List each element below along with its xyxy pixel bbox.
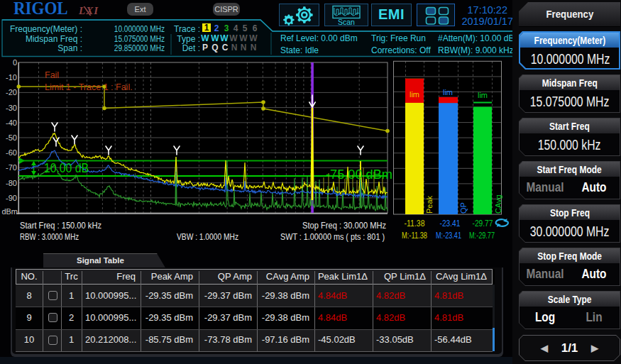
svg-text:M:-29.77: M:-29.77 — [469, 231, 495, 241]
svg-text:QP: QP — [459, 202, 468, 214]
svg-text:-60: -60 — [6, 148, 17, 157]
svg-text:-75.00 dBm: -75.00 dBm — [326, 167, 392, 182]
svg-text:-30: -30 — [6, 104, 17, 112]
svg-text:Fail: Fail — [45, 70, 59, 80]
svg-text:lim: lim — [443, 88, 453, 96]
svg-text:lim: lim — [478, 91, 488, 99]
svg-text:-50: -50 — [6, 133, 17, 142]
svg-text:SWT : 1.00000 ms ( pts : 801 ): SWT : 1.00000 ms ( pts : 801 ) — [280, 232, 385, 242]
svg-text:-11.38: -11.38 — [405, 218, 425, 228]
svg-text:-23.41: -23.41 — [440, 218, 461, 228]
svg-text:Stop Freq : 30.000 MHz: Stop Freq : 30.000 MHz — [302, 221, 386, 231]
svg-text:RBW : 3.0000 MHz: RBW : 3.0000 MHz — [20, 232, 79, 242]
svg-text:M:-11.38: M:-11.38 — [402, 231, 427, 241]
svg-text:-80: -80 — [6, 179, 17, 187]
svg-text:VBW : 1.0000 MHz: VBW : 1.0000 MHz — [177, 232, 238, 242]
svg-text:-90: -90 — [6, 194, 17, 202]
svg-text:Start Freq : 150.00 kHz: Start Freq : 150.00 kHz — [20, 221, 101, 231]
svg-text:M:-23.41: M:-23.41 — [436, 231, 461, 241]
svg-text:CAvg: CAvg — [494, 194, 502, 214]
svg-text:-10: -10 — [6, 73, 17, 82]
svg-text:Peak: Peak — [425, 195, 434, 214]
svg-text:-20: -20 — [6, 88, 17, 96]
svg-text:0: 0 — [13, 58, 17, 67]
svg-text:lim: lim — [410, 90, 419, 99]
svg-text:10.00 dB: 10.00 dB — [44, 160, 89, 175]
svg-text:-40: -40 — [6, 118, 17, 127]
svg-text:dBm: dBm — [1, 207, 18, 216]
svg-text:-70: -70 — [6, 163, 17, 172]
svg-text:Limit 1 - Trace 1 : Fail.: Limit 1 - Trace 1 : Fail. — [45, 82, 133, 92]
svg-text:-29.77: -29.77 — [473, 218, 493, 228]
